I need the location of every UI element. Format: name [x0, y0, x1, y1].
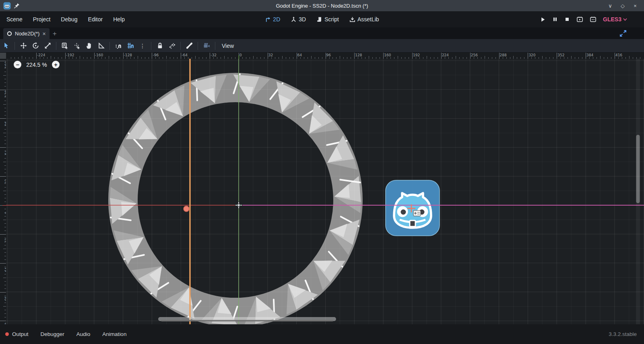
play-button[interactable]	[540, 16, 546, 23]
viewport-workspace: -224-192-160-128-96-64-32032649612816019…	[0, 53, 644, 324]
ruler-vertical[interactable]: -160-128-96-64-320326496128	[0, 59, 6, 324]
zoom-percent-label[interactable]: 224.5 %	[25, 62, 48, 68]
ruler-tool-button[interactable]	[95, 40, 107, 51]
pan-tool-button[interactable]	[83, 40, 95, 51]
ruler-tick	[80, 56, 80, 59]
ruler-tick	[0, 292, 6, 293]
list-select-tool-button[interactable]	[59, 40, 71, 51]
zoom-in-button[interactable]: +	[52, 61, 60, 68]
ruler-tick	[181, 53, 181, 59]
ruler-tick	[123, 53, 124, 59]
ruler-label: 32	[268, 53, 273, 57]
scene-tab-node2d[interactable]: Node2D(*) ×	[3, 28, 50, 39]
minimize-icon[interactable]: ∨	[607, 3, 613, 9]
ruler-tick	[354, 53, 355, 59]
close-icon[interactable]: ×	[632, 3, 638, 9]
ruler-tick	[629, 56, 630, 59]
ruler-label: 192	[413, 53, 420, 57]
panel-tab-audio[interactable]: Audio	[76, 331, 91, 337]
ruler-tick	[557, 53, 557, 59]
panel-tab-animation[interactable]: Animation	[102, 331, 126, 337]
camera-override-button[interactable]	[200, 40, 213, 51]
scene-tabbar: Node2D(*) × +	[0, 27, 644, 39]
ruler-tick	[195, 56, 196, 59]
rotate-tool-button[interactable]	[29, 40, 41, 51]
ruler-label: 416	[615, 53, 622, 57]
editor-switch-2d[interactable]: 2D	[265, 16, 280, 23]
editor-switch-3d[interactable]: 3D	[291, 16, 306, 23]
assetlib-icon	[349, 16, 355, 23]
origin-marker[interactable]	[235, 202, 242, 209]
ruler-tick	[268, 53, 268, 59]
stop-button[interactable]	[564, 16, 570, 22]
lock-button[interactable]	[154, 40, 166, 51]
ruler-tick	[456, 56, 456, 59]
ruler-tick	[615, 53, 615, 59]
2d-icon	[265, 16, 271, 23]
video-driver-select[interactable]: GLES3	[603, 16, 627, 23]
ruler-label: 288	[500, 53, 507, 57]
play-scene-button[interactable]	[576, 16, 583, 23]
pin-icon[interactable]	[14, 3, 20, 8]
window-title: Godot Engine - SS2D - Node2D.tscn (*)	[0, 3, 644, 9]
ruler-label: -160	[95, 53, 103, 57]
ruler-tick	[398, 56, 398, 59]
play-custom-scene-button[interactable]	[590, 16, 597, 23]
ruler-tick	[0, 90, 6, 90]
toolbar-2d: ⋮ View	[0, 39, 644, 53]
maximize-icon[interactable]: ◇	[619, 3, 626, 9]
ruler-origin-mark	[239, 55, 239, 59]
snap-options-button[interactable]: ⋮	[136, 40, 149, 51]
zoom-out-button[interactable]: −	[14, 61, 21, 68]
point-marker-dot[interactable]	[184, 206, 189, 212]
view-menu-button[interactable]: View	[218, 43, 238, 49]
ruler-horizontal[interactable]: -224-192-160-128-96-64-32032649612816019…	[6, 53, 644, 59]
menubar: Scene Project Debug Editor Help 2D 3D Sc…	[0, 11, 644, 27]
select-tool-button[interactable]	[0, 40, 12, 51]
ruler-label: -224	[37, 53, 45, 57]
group-button[interactable]	[166, 40, 178, 51]
horizontal-scrollbar-shadow	[161, 320, 333, 321]
ruler-tick	[470, 53, 471, 59]
ruler-tick	[485, 56, 485, 59]
editor-switch-assetlib[interactable]: AssetLib	[349, 16, 379, 23]
new-scene-tab-button[interactable]: +	[50, 28, 60, 39]
ruler-tick	[0, 321, 6, 321]
ruler-tick	[528, 53, 528, 59]
scale-tool-button[interactable]	[41, 40, 54, 51]
ring-shape[interactable]	[108, 73, 363, 324]
ruler-tick	[224, 56, 225, 59]
vertical-scrollbar-handle[interactable]	[636, 135, 640, 203]
ruler-tick	[36, 53, 37, 59]
grid-snap-toggle[interactable]	[124, 40, 136, 51]
smart-snap-toggle[interactable]	[112, 40, 124, 51]
ruler-label: 128	[355, 53, 362, 57]
ruler-tick	[0, 263, 6, 264]
ruler-tick	[412, 53, 413, 59]
ruler-tick	[0, 176, 6, 177]
ruler-tick	[3, 133, 6, 133]
pause-button[interactable]	[552, 16, 558, 22]
ruler-tick	[586, 53, 586, 59]
ruler-tick	[499, 53, 500, 59]
move-tool-button[interactable]	[17, 40, 29, 51]
ruler-tick	[0, 147, 6, 148]
ruler-label: -64	[182, 53, 188, 57]
ruler-tick	[3, 306, 6, 307]
tab-close-icon[interactable]: ×	[42, 31, 45, 37]
ruler-tick	[513, 56, 514, 59]
distraction-free-mode-button[interactable]	[619, 29, 627, 37]
ruler-label: -192	[66, 53, 74, 57]
pivot-tool-button[interactable]	[71, 40, 83, 51]
bone-button[interactable]	[183, 40, 195, 51]
ruler-tick	[51, 56, 51, 59]
ruler-label: 384	[586, 53, 593, 57]
ruler-tick	[571, 56, 572, 59]
ruler-label: -32	[211, 53, 217, 57]
ruler-label: 224	[442, 53, 449, 57]
panel-tab-debugger[interactable]: Debugger	[41, 331, 64, 337]
canvas-2d[interactable]: − 224.5 % +	[6, 59, 644, 324]
panel-tab-output[interactable]: Output	[12, 331, 29, 337]
editor-switch-script[interactable]: Script	[316, 16, 339, 23]
ruler-tick	[282, 56, 283, 59]
